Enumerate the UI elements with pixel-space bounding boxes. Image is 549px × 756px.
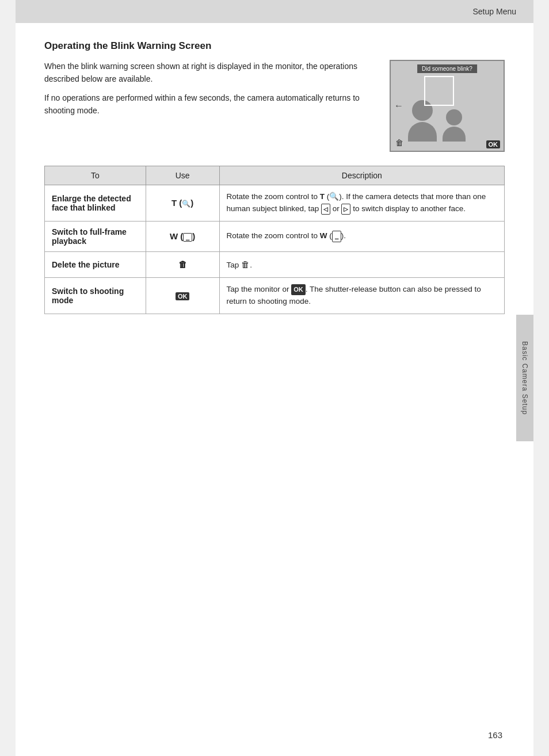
body-left: [408, 122, 437, 142]
col-header-description: Description: [219, 166, 504, 185]
camera-screen-illustration: Did someone blink? ← 🗑 OK: [390, 60, 505, 152]
prev-icon: ◁: [321, 204, 330, 215]
row3-to: Delete the picture: [45, 251, 146, 277]
top-bar: Setup Menu: [16, 0, 533, 23]
page: Setup Menu Operating the Blink Warning S…: [16, 0, 533, 756]
row1-use: T (🔍): [146, 185, 219, 222]
row4-description: Tap the monitor or OK. The shutter-relea…: [219, 277, 504, 314]
page-number: 163: [488, 730, 502, 740]
table-row: Switch to shooting mode OK Tap the monit…: [45, 277, 505, 314]
intro-para1: When the blink warning screen shown at r…: [44, 60, 376, 86]
intro-text: When the blink warning screen shown at r…: [44, 60, 376, 123]
table-row: Delete the picture 🗑 Tap 🗑.: [45, 251, 505, 277]
intro-para2: If no operations are performed within a …: [44, 91, 376, 117]
section-label: Setup Menu: [473, 7, 517, 16]
t-label: T: [171, 198, 177, 208]
body-right: [443, 127, 466, 142]
ok-icon-desc: OK: [291, 284, 306, 295]
w-label: W: [170, 231, 178, 241]
col-header-use: Use: [146, 166, 219, 185]
section-title: Operating the Blink Warning Screen: [44, 40, 505, 52]
person-silhouette-right: [443, 109, 466, 142]
face-detection-box: [424, 76, 454, 106]
table-header-row: To Use Description: [45, 166, 505, 185]
row2-description: Rotate the zoom control to W (⎯).: [219, 221, 504, 251]
row2-to: Switch to full-frame playback: [45, 221, 146, 251]
row1-description: Rotate the zoom control to T (🔍). If the…: [219, 185, 504, 222]
w-icon-desc: ⎯: [332, 231, 341, 242]
person-silhouette-left: [408, 100, 437, 142]
side-tab-label: Basic Camera Setup: [521, 341, 529, 415]
row4-use: OK: [146, 277, 219, 314]
intro-block: When the blink warning screen shown at r…: [44, 60, 505, 152]
row3-description: Tap 🗑.: [219, 251, 504, 277]
w-icon: ⎯: [183, 233, 192, 242]
ok-icon-camera: OK: [486, 140, 501, 148]
trash-icon-desc: 🗑: [241, 259, 250, 269]
table-row: Switch to full-frame playback W (⎯) Rota…: [45, 221, 505, 251]
ok-button-icon: OK: [176, 292, 190, 300]
head-right: [446, 109, 462, 125]
table-row: Enlarge the detected face that blinked T…: [45, 185, 505, 222]
operations-table: To Use Description Enlarge the detected …: [44, 166, 505, 314]
next-icon: ▷: [341, 204, 350, 215]
row2-use: W (⎯): [146, 221, 219, 251]
zoom-icon: 🔍: [182, 200, 190, 208]
row3-use: 🗑: [146, 251, 219, 277]
side-tab: Basic Camera Setup: [516, 315, 533, 441]
trash-icon: 🗑: [178, 259, 187, 269]
col-header-to: To: [45, 166, 146, 185]
trash-icon-camera: 🗑: [395, 138, 403, 147]
row4-to: Switch to shooting mode: [45, 277, 146, 314]
content-area: Operating the Blink Warning Screen When …: [16, 23, 533, 349]
row1-to: Enlarge the detected face that blinked: [45, 185, 146, 222]
left-arrow-icon: ←: [394, 101, 403, 111]
blink-label: Did someone blink?: [417, 64, 477, 73]
